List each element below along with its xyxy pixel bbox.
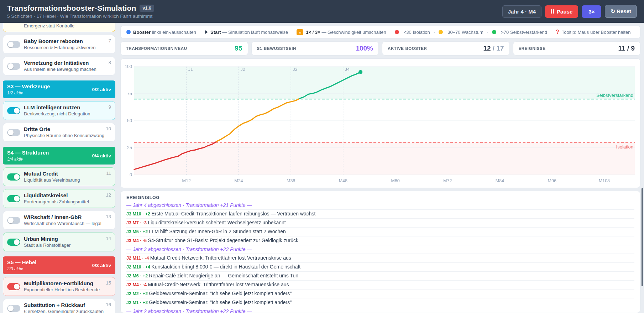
booster-number: 10 [106,126,111,131]
booster-title: Mutual Credit [24,171,104,177]
section-title: S3 — Werkzeuge [7,83,50,89]
log-event-row: J3 M4 · -5 S4-Struktur ohne S1-Basis: Pr… [126,236,634,245]
stat-card: AKTIVE BOOSTER12 / 17 [382,41,510,56]
layer-section-header: S4 — Strukturen3/4 aktiv0/4 aktiv [3,147,115,165]
event-log-rows: — Jahr 4 abgeschlossen · Transformation … [126,201,634,313]
svg-text:Isolation: Isolation [616,144,633,150]
zone-label: 30–70 Wachstum [447,30,483,35]
booster-number: 7 [109,38,111,43]
booster-item[interactable]: 8Vernetzung der InitiativenAus Inseln ei… [3,57,115,75]
section-active-note: 1/2 aktiv [7,90,50,95]
booster-toggle[interactable] [7,129,20,136]
toggle-knob [14,108,20,114]
booster-toggle[interactable] [7,63,20,70]
log-separator-row: — Jahr 4 abgeschlossen · Transformation … [126,201,634,210]
booster-toggle[interactable] [7,41,20,48]
booster-item[interactable]: 9LLM intelligent nutzenDenkwerkzeug, nic… [3,101,115,120]
stat-label: S1-BEWUSSTSEIN [257,46,296,51]
fast-forward-icon: » [297,29,303,35]
booster-item-partial[interactable]: Emergenz statt Kontrolle [3,23,115,32]
zone-dot-icon [439,30,443,34]
booster-toggle[interactable] [7,239,20,246]
log-separator-row: — Jahr 3 abgeschlossen · Transformation … [126,245,634,254]
booster-item[interactable]: 11Mutual CreditLiquidität aus Vereinbaru… [3,167,115,186]
booster-toggle[interactable] [7,217,20,224]
legend-booster: Booster links ein-/ausschalten [126,30,196,35]
app-header: Transformationsbooster-Simulation v1.6 5… [0,0,644,23]
log-event-row: J2 M4 · -4 Mutual-Credit-Netzwerk: Tritt… [126,281,634,289]
log-event-text: Erste Mutual-Credit-Transaktionen laufen… [152,211,316,217]
log-separator-text: — Jahr 4 abgeschlossen · Transformation … [126,202,252,208]
svg-text:Selbstverstärkend: Selbstverstärkend [596,93,633,98]
svg-text:M24: M24 [234,178,243,183]
version-badge: v1.6 [140,5,154,12]
svg-text:J4: J4 [345,67,350,72]
booster-item[interactable]: 13WiRschaft / Innen-GbRWirtschaft ohne W… [3,211,115,230]
toggle-knob [8,63,14,69]
booster-number: 13 [106,214,111,219]
svg-text:100: 100 [125,64,132,69]
booster-title: Multiplikatoren-Fortbildung [24,280,104,286]
log-event-time: J3 M4 · -5 [126,238,148,243]
booster-toggle[interactable] [7,173,20,181]
page-scrollbar[interactable] [642,188,643,286]
log-separator-text: — Jahr 2 abgeschlossen · Transformation … [126,308,252,313]
booster-number: 15 [106,280,111,286]
section-title: S5 — Hebel [7,259,37,265]
booster-toggle[interactable] [7,305,20,312]
log-event-text: S4-Struktur ohne S1-Basis: Projekt degen… [148,238,298,243]
pause-button[interactable]: Pause [545,5,578,18]
booster-title: Vernetzung der Initiativen [24,60,104,66]
stat-value: 95 [235,45,242,52]
zone-dot-icon [492,30,496,34]
log-event-row: J2 M1 · +2 Geldbewusstsein-Seminar: "Ich… [126,298,634,307]
toggle-knob [14,284,20,289]
svg-text:0: 0 [130,172,132,177]
booster-number: 8 [109,60,111,65]
zone-dot-icon [395,30,399,34]
booster-item[interactable]: 7Baby Boomer rebootenRessourcen & Erfahr… [3,35,115,54]
log-event-text: LLM hilft Satzung der Innen-GbR in 2 Stu… [149,229,286,234]
toggle-knob [14,174,20,180]
booster-title: Urban Mining [24,236,104,242]
booster-toggle[interactable] [7,283,20,290]
booster-item[interactable]: 16Substitution + Rückkauf€ ersetzen, Gem… [3,299,115,313]
toggle-knob [8,218,14,223]
svg-text:M36: M36 [287,178,295,183]
log-event-time: J2 M4 · -4 [126,282,148,287]
stat-label: EREIGNISSE [519,46,546,51]
section-active-note: 2/3 aktiv [7,266,37,271]
booster-item[interactable]: 12LiquiditätskreiselForderungen als Zahl… [3,189,115,208]
section-count: 0/4 aktiv [92,153,111,158]
main-column: Booster links ein-/ausschalten Start — S… [117,23,644,313]
stat-card: S1-BEWUSSTSEIN100% [251,41,379,56]
booster-title: Dritte Orte [24,126,104,132]
svg-text:M48: M48 [339,178,347,183]
booster-item[interactable]: 14Urban MiningStadt als Rohstofflager [3,233,115,251]
event-log[interactable]: EREIGNISLOG — Jahr 4 abgeschlossen · Tra… [120,191,640,313]
booster-subtitle: Emergenz statt Kontrolle [24,23,104,28]
booster-toggle[interactable] [7,107,20,114]
booster-item[interactable]: 15Multiplikatoren-FortbildungExponentiel… [3,277,115,296]
stat-card: TRANSFORMATIONSNIVEAU95 [120,41,248,56]
reset-button[interactable]: ↻ Reset [605,5,637,18]
legend-start: Start — Simulation läuft monatsweise [205,30,288,35]
toggle-knob [8,130,14,135]
stat-label: AKTIVE BOOSTER [388,46,427,51]
booster-item[interactable]: 10Dritte OrtePhysische Räume ohne Konsum… [3,123,115,142]
toggle-knob [14,196,20,202]
stat-card: EREIGNISSE11 / 9 [513,41,641,56]
toggle-knob [14,239,20,245]
booster-title: Baby Boomer rebooten [24,38,104,44]
booster-sidebar[interactable]: Emergenz statt Kontrolle7Baby Boomer reb… [0,23,117,313]
booster-subtitle: € ersetzen, Gemeingüter zurückkaufen [24,309,104,313]
booster-number: 16 [106,302,111,307]
question-icon: ? [556,29,559,35]
stats-row: TRANSFORMATIONSNIVEAU95S1-BEWUSSTSEIN100… [120,41,640,56]
app-subtitle: 5 Schichten · 17 Hebel · Wie Transformat… [7,14,154,19]
section-count: 0/3 aktiv [92,263,111,268]
svg-text:M60: M60 [391,178,399,183]
speed-button[interactable]: 3× [582,5,601,18]
log-event-time: J2 M10 · +4 [126,265,152,270]
booster-toggle[interactable] [7,195,20,202]
